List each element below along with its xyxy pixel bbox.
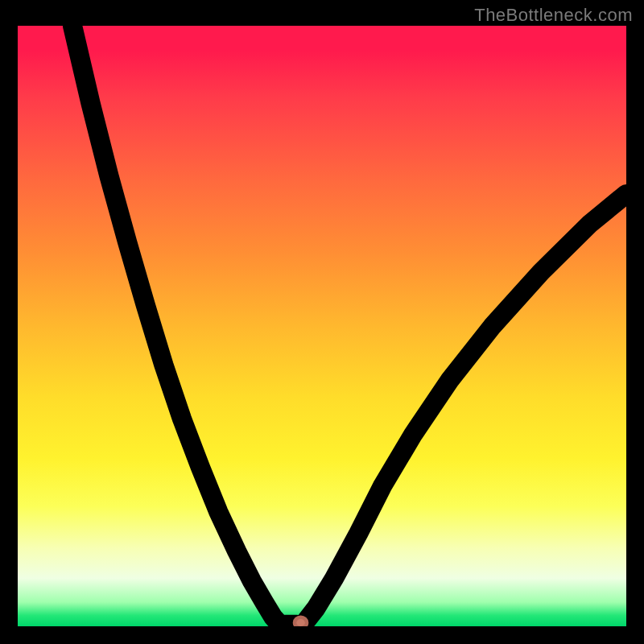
plot-area [18, 26, 626, 626]
chart-frame: TheBottleneck.com [0, 0, 644, 644]
bottleneck-curve [72, 26, 626, 625]
optimum-marker [295, 617, 307, 626]
curve-svg [18, 26, 626, 626]
watermark-text: TheBottleneck.com [474, 5, 633, 26]
